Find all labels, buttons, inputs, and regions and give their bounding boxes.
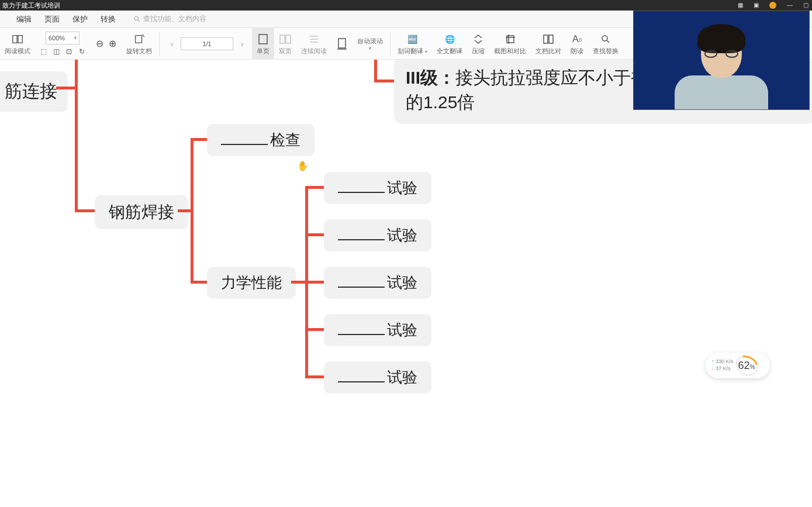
mindmap-test-node-3[interactable]: 试验 [324,267,431,299]
speaker-icon: A)) [572,32,582,47]
grid-icon[interactable]: ▦ [738,0,743,11]
translate-icon: 🔤 [407,32,417,47]
svg-point-16 [602,36,607,41]
connector [56,87,77,89]
connector [191,138,194,283]
continuous-button[interactable]: 连续阅读 [296,28,331,59]
book-icon [11,32,24,47]
menu-item-page[interactable]: 页面 [44,14,60,25]
actual-size-icon[interactable]: ⊡ [64,47,74,56]
separator [159,32,160,56]
double-page-button[interactable]: 双页 [274,28,296,59]
svg-rect-11 [507,36,514,43]
svg-rect-2 [136,36,142,43]
find-replace-button[interactable]: 查找替换 [588,28,623,59]
video-overlay[interactable] [633,11,810,110]
hand-cursor-icon: ✋ [297,160,309,171]
svg-rect-5 [286,35,291,43]
window-title: 致力于建工考试培训 [2,2,60,9]
maximize-icon[interactable]: ▢ [803,0,808,11]
menu-item-edit[interactable]: 编辑 [16,14,32,25]
blank-fill [221,134,268,145]
mindmap-mechanical-node[interactable]: 力学性能 [207,267,296,299]
search-icon [600,32,611,47]
blank-fill [338,277,385,288]
fit-width-icon[interactable]: ⬚ [39,47,48,56]
svg-rect-4 [280,35,285,43]
single-page-icon [258,32,268,47]
search-box[interactable]: 查找功能、文档内容 [133,14,206,24]
screenshot-button[interactable]: 截图和对比 [489,28,531,59]
user-avatar-icon[interactable] [769,2,776,9]
refresh-icon[interactable]: ↻ [77,47,87,56]
document-canvas[interactable]: 筋连接 钢筋焊接 检查 力学性能 试验 试验 试验 试验 试验 III级：接头抗… [0,60,812,507]
connector [305,186,325,189]
zoom-in-icon[interactable]: ⊕ [108,39,117,49]
connector [178,209,192,212]
compare-icon [543,32,554,47]
rotate-icon [133,32,146,47]
svg-line-17 [607,40,609,43]
frame-icon [336,36,348,51]
usage-percent: 62% [738,360,755,372]
connector [75,209,97,212]
compress-icon [473,32,483,47]
connector [291,281,306,284]
menu-item-convert[interactable]: 转换 [101,14,116,25]
mindmap-test-node-2[interactable]: 试验 [324,219,431,251]
presenter-figure [675,27,768,110]
continuous-icon [309,32,319,47]
speed-readout: 330 K/s 37 K/s [711,358,734,372]
mindmap-check-node[interactable]: 检查 [207,124,315,156]
double-page-icon [279,32,291,47]
full-translate-button[interactable]: 🌐 全文翻译 [432,28,467,59]
zoom-select[interactable]: 600% ▾ [46,32,80,44]
next-page-button[interactable]: › [237,37,247,50]
menu-item-protect[interactable]: 保护 [72,14,88,25]
page-input[interactable]: 1/1 [181,37,233,50]
search-placeholder: 查找功能、文档内容 [143,14,206,24]
blank-fill [338,230,385,240]
reading-mode-button[interactable]: 阅读模式 [0,28,35,59]
page-nav-group: ‹ 1/1 › [162,28,252,59]
connector [191,281,208,284]
blank-fill [338,182,385,193]
zoom-value: 600% [49,35,65,42]
globe-icon: 🌐 [445,32,455,47]
zoom-out-icon[interactable]: ⊖ [95,39,104,49]
mindmap-test-node-5[interactable]: 试验 [324,361,431,394]
connector [374,80,395,82]
frame-button[interactable] [331,28,353,59]
blank-fill [338,325,385,335]
mindmap-test-node-4[interactable]: 试验 [324,314,431,346]
minimize-icon[interactable]: — [787,0,793,11]
connector [305,281,325,284]
auto-scroll-button[interactable]: 自动滚动 ▾ [353,28,388,59]
prev-page-button[interactable]: ‹ [167,37,177,50]
mindmap-test-node-1[interactable]: 试验 [324,172,431,204]
doc-compare-button[interactable]: 文档比对 [531,28,566,59]
connector [75,60,78,212]
compress-button[interactable]: 压缩 [467,28,489,59]
connector [305,375,325,378]
connector [374,60,377,82]
chevron-down-icon: ▾ [74,35,77,40]
rotate-button[interactable]: 旋转文档 [122,28,157,59]
download-speed: 37 K/s [711,365,734,373]
fit-page-icon[interactable]: ◫ [51,47,61,56]
apps-icon[interactable]: ▣ [754,0,759,11]
progress-ring-icon [731,351,762,380]
window-controls: ▦ ▣ — ▢ [738,0,808,11]
window-titlebar: 致力于建工考试培训 ▦ ▣ — ▢ [0,0,812,11]
separator [390,32,391,56]
read-aloud-button[interactable]: A)) 朗读 [566,28,588,59]
word-translate-button[interactable]: 🔤 划词翻译 ▾ [393,28,432,59]
mindmap-root-node[interactable]: 筋连接 [0,71,68,112]
blank-fill [338,372,385,382]
zoom-in-out-group: ⊖ ⊕ [90,28,122,59]
mindmap-weld-node[interactable]: 钢筋焊接 [95,195,188,229]
network-speed-widget[interactable]: 330 K/s 37 K/s 62% [706,353,770,378]
svg-rect-14 [544,35,548,43]
zoom-group: 600% ▾ ⬚ ◫ ⊡ ↻ [35,28,90,59]
single-page-button[interactable]: 单页 [252,28,274,59]
